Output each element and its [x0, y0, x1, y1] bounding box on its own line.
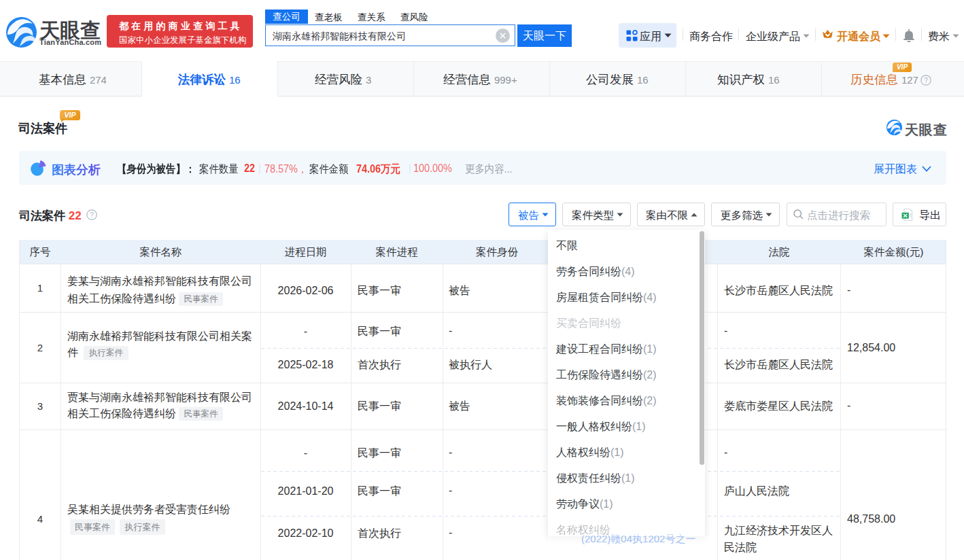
svg-text:?: ?: [90, 211, 94, 219]
svg-text:?: ?: [924, 77, 928, 84]
